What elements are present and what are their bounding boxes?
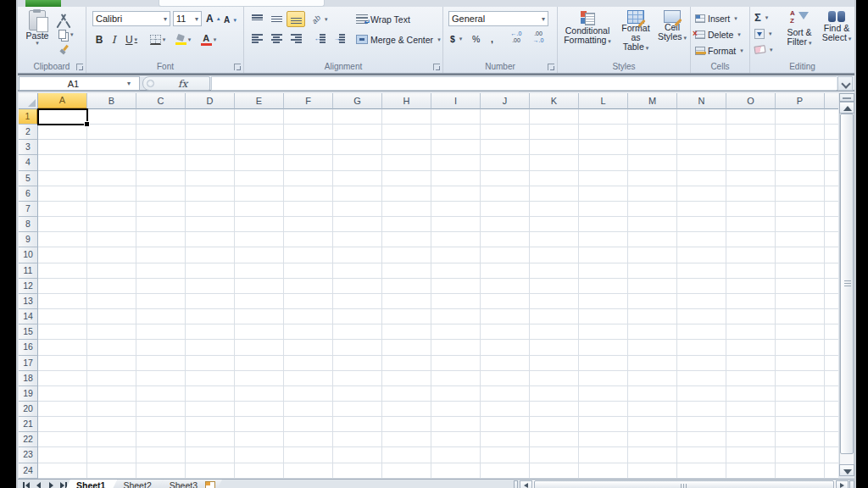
comma-format-button[interactable]: ,: [491, 31, 493, 46]
cell-N12[interactable]: [677, 279, 726, 294]
cell-P19[interactable]: [776, 386, 825, 402]
vertical-scrollbar[interactable]: [839, 93, 854, 476]
cell-D10[interactable]: [186, 247, 235, 263]
cell-K9[interactable]: [530, 232, 579, 247]
cell-N22[interactable]: [677, 432, 726, 447]
cell-P12[interactable]: [776, 279, 825, 294]
cell-N2[interactable]: [677, 125, 726, 140]
align-top-button[interactable]: [248, 11, 266, 27]
cell-A15[interactable]: [38, 324, 87, 340]
cell-K23[interactable]: [530, 447, 579, 463]
cell-L9[interactable]: [579, 232, 628, 247]
cell-L22[interactable]: [579, 432, 628, 447]
row-header-16[interactable]: 16: [19, 340, 38, 355]
row-header-12[interactable]: 12: [19, 279, 38, 294]
cell-D3[interactable]: [186, 140, 235, 155]
cell-C3[interactable]: [136, 140, 186, 155]
currency-format-button[interactable]: $: [450, 31, 462, 46]
cell-K18[interactable]: [530, 371, 579, 386]
cell-K2[interactable]: [530, 125, 579, 140]
cell-P21[interactable]: [776, 417, 825, 432]
cell-A5[interactable]: [38, 171, 87, 186]
cell-A10[interactable]: [38, 247, 87, 263]
row-header-2[interactable]: 2: [19, 125, 38, 140]
cell-J19[interactable]: [481, 386, 530, 402]
cell-A3[interactable]: [38, 140, 87, 155]
cell-C5[interactable]: [136, 171, 186, 186]
decrease-decimal-button[interactable]: .00 →.0: [528, 30, 548, 47]
increase-indent-button[interactable]: →: [330, 30, 348, 47]
insert-cells-button[interactable]: Insert: [695, 11, 737, 25]
cell-I3[interactable]: [431, 140, 481, 155]
cell-F8[interactable]: [284, 217, 333, 232]
cell-N19[interactable]: [677, 386, 726, 402]
cell-C14[interactable]: [136, 309, 186, 324]
cell-K19[interactable]: [530, 386, 579, 402]
cell-I24[interactable]: [431, 463, 481, 479]
cell-K21[interactable]: [530, 417, 579, 432]
name-box-dropdown-icon[interactable]: ▾: [127, 80, 139, 87]
scroll-right-button[interactable]: [836, 480, 849, 488]
column-header-F[interactable]: F: [284, 93, 333, 109]
cell-A13[interactable]: [38, 294, 87, 309]
cell-C1[interactable]: [136, 109, 186, 125]
cell-N20[interactable]: [677, 402, 726, 417]
cell-B19[interactable]: [87, 386, 136, 402]
cell-I7[interactable]: [431, 202, 481, 217]
cell-L16[interactable]: [579, 340, 628, 355]
cell-F23[interactable]: [284, 447, 333, 463]
cell-P10[interactable]: [776, 247, 825, 263]
cell-G17[interactable]: [333, 356, 382, 371]
decrease-indent-button[interactable]: ←: [310, 30, 329, 47]
cell-K1[interactable]: [530, 109, 579, 125]
cell-H11[interactable]: [382, 263, 431, 279]
cell-I22[interactable]: [431, 432, 481, 447]
cell-O20[interactable]: [726, 402, 776, 417]
cell-G20[interactable]: [333, 402, 382, 417]
cell-C6[interactable]: [136, 186, 186, 202]
cell-M16[interactable]: [628, 340, 677, 355]
cell-I16[interactable]: [431, 340, 481, 355]
cell-B21[interactable]: [87, 417, 136, 432]
cell-P1[interactable]: [776, 109, 825, 125]
cell-F2[interactable]: [284, 125, 333, 140]
cell-K13[interactable]: [530, 294, 579, 309]
row-header-15[interactable]: 15: [19, 324, 38, 340]
cell-O15[interactable]: [726, 324, 776, 340]
cell-D21[interactable]: [186, 417, 235, 432]
cell-M20[interactable]: [628, 402, 677, 417]
cell-A18[interactable]: [38, 371, 87, 386]
cell-H9[interactable]: [382, 232, 431, 247]
cell-O3[interactable]: [726, 140, 776, 155]
cell-L23[interactable]: [579, 447, 628, 463]
cell-N14[interactable]: [677, 309, 726, 324]
cell-N17[interactable]: [677, 356, 726, 371]
cell-H12[interactable]: [382, 279, 431, 294]
cell-G1[interactable]: [333, 109, 382, 125]
cell-P15[interactable]: [776, 324, 825, 340]
cell-I4[interactable]: [431, 155, 481, 170]
wrap-text-button[interactable]: Wrap Text: [356, 12, 410, 26]
cell-G19[interactable]: [333, 386, 382, 402]
vertical-scroll-track[interactable]: [839, 114, 854, 464]
cell-N15[interactable]: [677, 324, 726, 340]
tab-split-handle[interactable]: [514, 480, 518, 488]
vertical-split-handle[interactable]: [839, 93, 854, 102]
cell-J20[interactable]: [481, 402, 530, 417]
cell-B2[interactable]: [87, 125, 136, 140]
cell-L1[interactable]: [579, 109, 628, 125]
column-header-P[interactable]: P: [776, 93, 825, 109]
cell-M15[interactable]: [628, 324, 677, 340]
cell-E6[interactable]: [235, 186, 284, 202]
cell-M4[interactable]: [628, 155, 677, 170]
cell-C13[interactable]: [136, 294, 186, 309]
cell-K20[interactable]: [530, 402, 579, 417]
cell-F12[interactable]: [284, 279, 333, 294]
column-header-O[interactable]: O: [726, 93, 776, 109]
cell-M17[interactable]: [628, 356, 677, 371]
cell-E4[interactable]: [235, 155, 284, 170]
delete-cells-button[interactable]: Delete: [695, 27, 741, 42]
cell-L2[interactable]: [579, 125, 628, 140]
cell-N1[interactable]: [677, 109, 726, 125]
font-size-select[interactable]: 11: [173, 11, 202, 26]
